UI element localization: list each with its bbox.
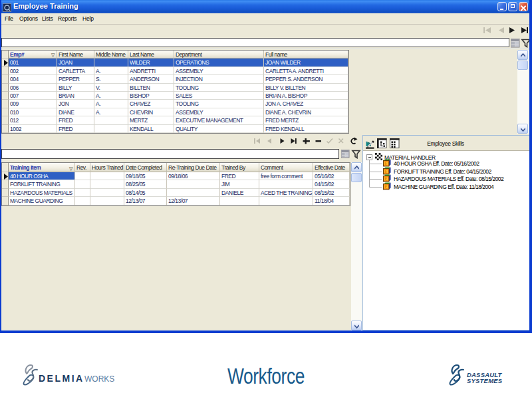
svg-text:DELMIA: DELMIA [39, 373, 84, 384]
svg-text:WORKS: WORKS [84, 374, 114, 384]
svg-text:SYSTEMES: SYSTEMES [467, 377, 503, 384]
